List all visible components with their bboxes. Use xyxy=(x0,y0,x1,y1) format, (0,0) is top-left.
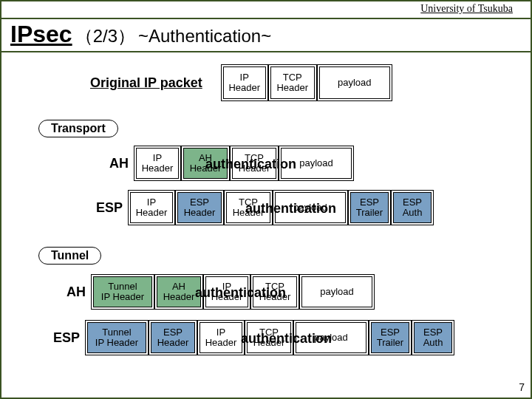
box-ip-header: IPHeader xyxy=(205,276,248,307)
box-payload: payload xyxy=(301,276,372,307)
box-tcp-header: TCPHeader xyxy=(253,276,297,307)
box-esp-trailer: ESPTrailer xyxy=(371,322,409,353)
pill-tunnel: Tunnel xyxy=(38,247,101,265)
box-tcp-header: TCPHeader xyxy=(232,148,276,179)
row-tunnel-ah: AH TunnelIP Header AHHeader IPHeader TCP… xyxy=(55,276,377,307)
label-esp: ESP xyxy=(49,330,80,346)
row-transport-esp: ESP IPHeader ESPHeader TCPHeader payload… xyxy=(92,192,436,223)
box-esp-auth: ESPAuth xyxy=(393,192,432,223)
title-paren: （2/3） xyxy=(75,24,135,48)
box-ah-header: AHHeader xyxy=(157,276,201,307)
title-main: IPsec xyxy=(10,21,72,48)
box-tcp-header: TCPHeader xyxy=(270,66,315,99)
title-sub: ~Authentication~ xyxy=(138,26,271,47)
box-payload: payload xyxy=(319,66,390,99)
slide-number: 7 xyxy=(519,381,525,393)
pill-transport: Transport xyxy=(38,120,118,137)
label-original: Original IP packet xyxy=(90,75,202,91)
label-ah: AH xyxy=(98,156,129,171)
affiliation-text: University of Tsukuba xyxy=(420,3,513,15)
box-esp-header: ESPHeader xyxy=(151,322,195,353)
box-tunnel-ip-header: TunnelIP Header xyxy=(87,322,146,353)
title-bar: IPsec （2/3） ~Authentication~ xyxy=(1,18,531,52)
box-payload: payload xyxy=(296,322,366,353)
box-ip-header: IPHeader xyxy=(200,322,242,353)
box-esp-auth: ESPAuth xyxy=(414,322,452,353)
slide: University of Tsukuba IPsec （2/3） ~Authe… xyxy=(0,0,532,399)
box-esp-trailer: ESPTrailer xyxy=(350,192,389,223)
label-ah: AH xyxy=(55,284,86,300)
box-ip-header: IPHeader xyxy=(136,148,179,179)
box-tunnel-ip-header: TunnelIP Header xyxy=(93,276,152,307)
row-transport-ah: AH IPHeader AHHeader TCPHeader payload xyxy=(98,148,356,179)
box-esp-header: ESPHeader xyxy=(177,192,222,223)
box-ip-header: IPHeader xyxy=(223,66,266,99)
box-payload: payload xyxy=(281,148,352,179)
box-tcp-header: TCPHeader xyxy=(247,322,291,353)
box-payload: payload xyxy=(275,192,346,223)
label-esp: ESP xyxy=(92,200,123,216)
box-ah-header: AHHeader xyxy=(183,148,228,179)
content-area: Original IP packet IPHeader TCPHeader pa… xyxy=(1,56,531,384)
row-tunnel-esp: ESP TunnelIP Header ESPHeader IPHeader T… xyxy=(49,322,457,353)
box-tcp-header: TCPHeader xyxy=(226,192,270,223)
box-ip-header: IPHeader xyxy=(130,192,173,223)
row-original: Original IP packet IPHeader TCPHeader pa… xyxy=(90,66,395,99)
